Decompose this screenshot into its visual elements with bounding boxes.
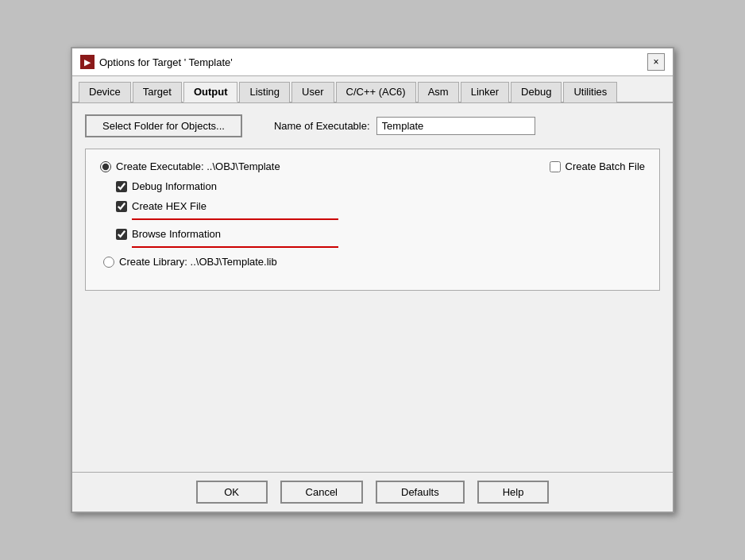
create-library-radio[interactable] (103, 257, 114, 268)
tab-utilities[interactable]: Utilities (563, 82, 617, 102)
defaults-button[interactable]: Defaults (376, 481, 465, 504)
title-bar: ▶ Options for Target ' Template' × (72, 48, 673, 76)
create-executable-label: Create Executable: ..\OBJ\Template (116, 160, 280, 172)
content-spacer (85, 302, 660, 461)
close-button[interactable]: × (647, 53, 665, 71)
create-batch-checkbox[interactable] (550, 161, 561, 172)
create-hex-label: Create HEX File (132, 200, 207, 212)
tab-linker[interactable]: Linker (461, 82, 509, 102)
hex-underline (132, 218, 338, 220)
tab-output[interactable]: Output (183, 82, 238, 102)
create-executable-row: Create Executable: ..\OBJ\Template (100, 160, 280, 172)
tab-asm[interactable]: Asm (418, 82, 459, 102)
create-executable-radio[interactable] (100, 161, 111, 172)
select-folder-button[interactable]: Select Folder for Objects... (85, 114, 242, 137)
tab-debug[interactable]: Debug (511, 82, 562, 102)
debug-information-row: Debug Information (116, 180, 645, 192)
tab-user[interactable]: User (291, 82, 334, 102)
create-hex-row: Create HEX File (116, 200, 645, 217)
executable-name-input[interactable] (376, 117, 535, 135)
create-library-row: Create Library: ..\OBJ\Template.lib (103, 256, 645, 268)
tab-cpp[interactable]: C/C++ (AC6) (336, 82, 416, 102)
create-batch-row: Create Batch File (550, 160, 645, 172)
create-hex-checkbox[interactable] (116, 201, 127, 212)
app-icon: ▶ (80, 55, 95, 69)
name-of-executable-label: Name of Executable: (274, 120, 370, 132)
help-button[interactable]: Help (477, 481, 550, 504)
debug-information-checkbox[interactable] (116, 181, 127, 192)
create-batch-label: Create Batch File (566, 160, 645, 172)
browse-information-label: Browse Information (132, 228, 221, 240)
create-library-label: Create Library: ..\OBJ\Template.lib (119, 256, 277, 268)
ok-button[interactable]: OK (196, 481, 268, 504)
create-library-path: ..\OBJ\Template.lib (191, 256, 277, 268)
title-bar-left: ▶ Options for Target ' Template' (80, 55, 233, 69)
tab-bar: Device Target Output Listing User C/C++ … (72, 76, 673, 103)
cancel-button[interactable]: Cancel (280, 481, 363, 504)
bottom-bar: OK Cancel Defaults Help (72, 472, 673, 512)
create-executable-path: ..\OBJ\Template (207, 160, 280, 172)
tab-device[interactable]: Device (79, 82, 131, 102)
content-area: Select Folder for Objects... Name of Exe… (72, 103, 673, 472)
dialog-title: Options for Target ' Template' (99, 56, 233, 68)
browse-information-row: Browse Information (116, 228, 645, 245)
main-dialog: ▶ Options for Target ' Template' × Devic… (71, 47, 674, 513)
top-row: Select Folder for Objects... Name of Exe… (85, 114, 660, 137)
tab-listing[interactable]: Listing (239, 82, 290, 102)
browse-information-checkbox[interactable] (116, 229, 127, 240)
debug-information-label: Debug Information (132, 180, 217, 192)
options-group: Create Executable: ..\OBJ\Template Creat… (85, 149, 660, 291)
tab-target[interactable]: Target (133, 82, 182, 102)
browse-underline (132, 246, 338, 248)
